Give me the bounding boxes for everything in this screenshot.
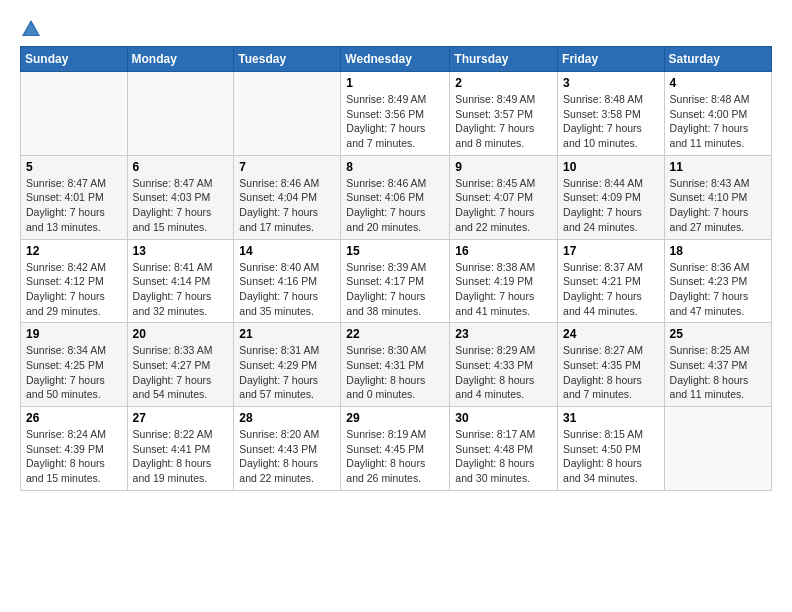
day-number: 9 (455, 160, 552, 174)
day-number: 10 (563, 160, 659, 174)
logo (20, 18, 46, 40)
calendar-cell: 19Sunrise: 8:34 AM Sunset: 4:25 PM Dayli… (21, 323, 128, 407)
day-header-tuesday: Tuesday (234, 47, 341, 72)
calendar-cell: 3Sunrise: 8:48 AM Sunset: 3:58 PM Daylig… (558, 72, 665, 156)
day-number: 21 (239, 327, 335, 341)
day-info: Sunrise: 8:24 AM Sunset: 4:39 PM Dayligh… (26, 427, 122, 486)
day-info: Sunrise: 8:25 AM Sunset: 4:37 PM Dayligh… (670, 343, 766, 402)
day-header-saturday: Saturday (664, 47, 771, 72)
day-info: Sunrise: 8:48 AM Sunset: 3:58 PM Dayligh… (563, 92, 659, 151)
day-header-monday: Monday (127, 47, 234, 72)
calendar-cell: 21Sunrise: 8:31 AM Sunset: 4:29 PM Dayli… (234, 323, 341, 407)
calendar-cell: 17Sunrise: 8:37 AM Sunset: 4:21 PM Dayli… (558, 239, 665, 323)
day-header-wednesday: Wednesday (341, 47, 450, 72)
calendar-cell: 25Sunrise: 8:25 AM Sunset: 4:37 PM Dayli… (664, 323, 771, 407)
day-info: Sunrise: 8:46 AM Sunset: 4:04 PM Dayligh… (239, 176, 335, 235)
day-number: 16 (455, 244, 552, 258)
day-number: 20 (133, 327, 229, 341)
day-info: Sunrise: 8:38 AM Sunset: 4:19 PM Dayligh… (455, 260, 552, 319)
calendar-cell: 24Sunrise: 8:27 AM Sunset: 4:35 PM Dayli… (558, 323, 665, 407)
week-row-1: 1Sunrise: 8:49 AM Sunset: 3:56 PM Daylig… (21, 72, 772, 156)
calendar-cell: 11Sunrise: 8:43 AM Sunset: 4:10 PM Dayli… (664, 155, 771, 239)
day-number: 25 (670, 327, 766, 341)
calendar-cell: 1Sunrise: 8:49 AM Sunset: 3:56 PM Daylig… (341, 72, 450, 156)
day-info: Sunrise: 8:17 AM Sunset: 4:48 PM Dayligh… (455, 427, 552, 486)
day-info: Sunrise: 8:34 AM Sunset: 4:25 PM Dayligh… (26, 343, 122, 402)
calendar-cell: 9Sunrise: 8:45 AM Sunset: 4:07 PM Daylig… (450, 155, 558, 239)
day-info: Sunrise: 8:33 AM Sunset: 4:27 PM Dayligh… (133, 343, 229, 402)
day-number: 29 (346, 411, 444, 425)
day-number: 2 (455, 76, 552, 90)
calendar-cell: 22Sunrise: 8:30 AM Sunset: 4:31 PM Dayli… (341, 323, 450, 407)
day-info: Sunrise: 8:45 AM Sunset: 4:07 PM Dayligh… (455, 176, 552, 235)
day-number: 7 (239, 160, 335, 174)
day-info: Sunrise: 8:27 AM Sunset: 4:35 PM Dayligh… (563, 343, 659, 402)
logo-icon (20, 18, 42, 40)
day-number: 27 (133, 411, 229, 425)
day-info: Sunrise: 8:19 AM Sunset: 4:45 PM Dayligh… (346, 427, 444, 486)
day-number: 17 (563, 244, 659, 258)
day-info: Sunrise: 8:37 AM Sunset: 4:21 PM Dayligh… (563, 260, 659, 319)
day-info: Sunrise: 8:20 AM Sunset: 4:43 PM Dayligh… (239, 427, 335, 486)
day-number: 26 (26, 411, 122, 425)
day-number: 18 (670, 244, 766, 258)
calendar-cell: 28Sunrise: 8:20 AM Sunset: 4:43 PM Dayli… (234, 407, 341, 491)
day-info: Sunrise: 8:31 AM Sunset: 4:29 PM Dayligh… (239, 343, 335, 402)
day-number: 11 (670, 160, 766, 174)
day-info: Sunrise: 8:42 AM Sunset: 4:12 PM Dayligh… (26, 260, 122, 319)
day-number: 30 (455, 411, 552, 425)
calendar-cell: 16Sunrise: 8:38 AM Sunset: 4:19 PM Dayli… (450, 239, 558, 323)
day-header-sunday: Sunday (21, 47, 128, 72)
day-info: Sunrise: 8:39 AM Sunset: 4:17 PM Dayligh… (346, 260, 444, 319)
day-info: Sunrise: 8:49 AM Sunset: 3:57 PM Dayligh… (455, 92, 552, 151)
week-row-4: 19Sunrise: 8:34 AM Sunset: 4:25 PM Dayli… (21, 323, 772, 407)
day-info: Sunrise: 8:15 AM Sunset: 4:50 PM Dayligh… (563, 427, 659, 486)
calendar-cell (127, 72, 234, 156)
calendar-cell: 26Sunrise: 8:24 AM Sunset: 4:39 PM Dayli… (21, 407, 128, 491)
day-number: 31 (563, 411, 659, 425)
calendar-table: SundayMondayTuesdayWednesdayThursdayFrid… (20, 46, 772, 491)
day-number: 15 (346, 244, 444, 258)
day-info: Sunrise: 8:41 AM Sunset: 4:14 PM Dayligh… (133, 260, 229, 319)
calendar-cell: 20Sunrise: 8:33 AM Sunset: 4:27 PM Dayli… (127, 323, 234, 407)
day-number: 12 (26, 244, 122, 258)
day-number: 23 (455, 327, 552, 341)
main-container: SundayMondayTuesdayWednesdayThursdayFrid… (0, 0, 792, 501)
calendar-cell: 6Sunrise: 8:47 AM Sunset: 4:03 PM Daylig… (127, 155, 234, 239)
day-info: Sunrise: 8:46 AM Sunset: 4:06 PM Dayligh… (346, 176, 444, 235)
day-number: 14 (239, 244, 335, 258)
day-info: Sunrise: 8:40 AM Sunset: 4:16 PM Dayligh… (239, 260, 335, 319)
calendar-cell: 29Sunrise: 8:19 AM Sunset: 4:45 PM Dayli… (341, 407, 450, 491)
calendar-cell: 18Sunrise: 8:36 AM Sunset: 4:23 PM Dayli… (664, 239, 771, 323)
calendar-cell: 14Sunrise: 8:40 AM Sunset: 4:16 PM Dayli… (234, 239, 341, 323)
calendar-cell: 2Sunrise: 8:49 AM Sunset: 3:57 PM Daylig… (450, 72, 558, 156)
calendar-cell: 27Sunrise: 8:22 AM Sunset: 4:41 PM Dayli… (127, 407, 234, 491)
day-number: 28 (239, 411, 335, 425)
week-row-2: 5Sunrise: 8:47 AM Sunset: 4:01 PM Daylig… (21, 155, 772, 239)
day-info: Sunrise: 8:29 AM Sunset: 4:33 PM Dayligh… (455, 343, 552, 402)
day-number: 1 (346, 76, 444, 90)
day-header-thursday: Thursday (450, 47, 558, 72)
calendar-cell: 31Sunrise: 8:15 AM Sunset: 4:50 PM Dayli… (558, 407, 665, 491)
calendar-cell: 4Sunrise: 8:48 AM Sunset: 4:00 PM Daylig… (664, 72, 771, 156)
day-info: Sunrise: 8:44 AM Sunset: 4:09 PM Dayligh… (563, 176, 659, 235)
calendar-cell: 8Sunrise: 8:46 AM Sunset: 4:06 PM Daylig… (341, 155, 450, 239)
day-info: Sunrise: 8:48 AM Sunset: 4:00 PM Dayligh… (670, 92, 766, 151)
calendar-cell (234, 72, 341, 156)
day-number: 4 (670, 76, 766, 90)
calendar-cell: 12Sunrise: 8:42 AM Sunset: 4:12 PM Dayli… (21, 239, 128, 323)
calendar-cell: 15Sunrise: 8:39 AM Sunset: 4:17 PM Dayli… (341, 239, 450, 323)
week-row-5: 26Sunrise: 8:24 AM Sunset: 4:39 PM Dayli… (21, 407, 772, 491)
day-info: Sunrise: 8:43 AM Sunset: 4:10 PM Dayligh… (670, 176, 766, 235)
day-info: Sunrise: 8:47 AM Sunset: 4:03 PM Dayligh… (133, 176, 229, 235)
header (20, 18, 772, 40)
day-number: 5 (26, 160, 122, 174)
calendar-cell: 5Sunrise: 8:47 AM Sunset: 4:01 PM Daylig… (21, 155, 128, 239)
calendar-cell (664, 407, 771, 491)
day-info: Sunrise: 8:49 AM Sunset: 3:56 PM Dayligh… (346, 92, 444, 151)
day-info: Sunrise: 8:47 AM Sunset: 4:01 PM Dayligh… (26, 176, 122, 235)
calendar-cell: 13Sunrise: 8:41 AM Sunset: 4:14 PM Dayli… (127, 239, 234, 323)
day-info: Sunrise: 8:30 AM Sunset: 4:31 PM Dayligh… (346, 343, 444, 402)
calendar-cell: 23Sunrise: 8:29 AM Sunset: 4:33 PM Dayli… (450, 323, 558, 407)
day-number: 13 (133, 244, 229, 258)
